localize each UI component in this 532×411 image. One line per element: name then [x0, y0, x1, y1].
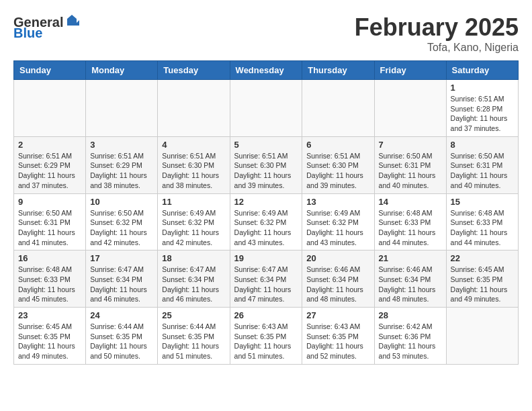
- calendar-cell: [158, 80, 230, 137]
- day-info: Sunrise: 6:51 AM Sunset: 6:30 PM Dayligh…: [162, 151, 225, 191]
- weekday-header-wednesday: Wednesday: [230, 61, 302, 80]
- day-info: Sunrise: 6:49 AM Sunset: 6:32 PM Dayligh…: [234, 208, 298, 248]
- day-info: Sunrise: 6:46 AM Sunset: 6:34 PM Dayligh…: [306, 265, 369, 304]
- calendar-week-row: 9Sunrise: 6:50 AM Sunset: 6:31 PM Daylig…: [14, 193, 519, 250]
- calendar-cell: 5Sunrise: 6:51 AM Sunset: 6:30 PM Daylig…: [230, 136, 302, 193]
- day-info: Sunrise: 6:47 AM Sunset: 6:34 PM Dayligh…: [90, 265, 153, 304]
- day-number: 16: [18, 253, 81, 263]
- day-number: 13: [306, 197, 369, 207]
- calendar-table: SundayMondayTuesdayWednesdayThursdayFrid…: [13, 60, 519, 365]
- day-number: 4: [162, 140, 225, 150]
- calendar-cell: [86, 80, 158, 137]
- day-number: 17: [90, 253, 153, 263]
- weekday-header-saturday: Saturday: [446, 61, 518, 80]
- day-number: 10: [90, 197, 153, 207]
- calendar-week-row: 2Sunrise: 6:51 AM Sunset: 6:29 PM Daylig…: [14, 136, 519, 193]
- day-info: Sunrise: 6:43 AM Sunset: 6:35 PM Dayligh…: [234, 322, 298, 361]
- day-number: 20: [306, 253, 369, 263]
- calendar-cell: 6Sunrise: 6:51 AM Sunset: 6:30 PM Daylig…: [302, 136, 374, 193]
- day-info: Sunrise: 6:51 AM Sunset: 6:29 PM Dayligh…: [90, 151, 153, 191]
- calendar-cell: 19Sunrise: 6:47 AM Sunset: 6:34 PM Dayli…: [230, 250, 302, 308]
- calendar-cell: 8Sunrise: 6:50 AM Sunset: 6:31 PM Daylig…: [446, 136, 518, 193]
- day-number: 19: [234, 253, 298, 263]
- calendar-cell: 2Sunrise: 6:51 AM Sunset: 6:29 PM Daylig…: [14, 136, 86, 193]
- calendar-cell: 11Sunrise: 6:49 AM Sunset: 6:32 PM Dayli…: [158, 193, 230, 250]
- calendar-cell: 28Sunrise: 6:42 AM Sunset: 6:36 PM Dayli…: [374, 308, 446, 365]
- calendar-cell: 7Sunrise: 6:50 AM Sunset: 6:31 PM Daylig…: [374, 136, 446, 193]
- day-info: Sunrise: 6:48 AM Sunset: 6:33 PM Dayligh…: [451, 208, 514, 248]
- page-header: General Blue February 2025 Tofa, Kano, N…: [13, 13, 519, 54]
- calendar-cell: 18Sunrise: 6:47 AM Sunset: 6:34 PM Dayli…: [158, 250, 230, 308]
- weekday-header-row: SundayMondayTuesdayWednesdayThursdayFrid…: [14, 61, 519, 80]
- calendar-cell: [302, 80, 374, 137]
- calendar-week-row: 1Sunrise: 6:51 AM Sunset: 6:28 PM Daylig…: [14, 80, 519, 137]
- day-number: 7: [379, 140, 442, 150]
- day-info: Sunrise: 6:51 AM Sunset: 6:30 PM Dayligh…: [234, 151, 298, 191]
- day-number: 9: [18, 197, 81, 207]
- day-number: 21: [379, 253, 442, 263]
- logo: General Blue: [13, 13, 79, 41]
- day-info: Sunrise: 6:45 AM Sunset: 6:35 PM Dayligh…: [18, 322, 81, 361]
- logo-icon: [64, 13, 79, 28]
- day-info: Sunrise: 6:48 AM Sunset: 6:33 PM Dayligh…: [379, 208, 442, 248]
- month-year: February 2025: [355, 13, 519, 42]
- calendar-cell: [374, 80, 446, 137]
- day-number: 22: [451, 253, 514, 263]
- weekday-header-friday: Friday: [374, 61, 446, 80]
- weekday-header-tuesday: Tuesday: [158, 61, 230, 80]
- day-number: 27: [306, 310, 369, 320]
- day-number: 6: [306, 140, 369, 150]
- day-info: Sunrise: 6:47 AM Sunset: 6:34 PM Dayligh…: [234, 265, 298, 304]
- calendar-cell: 23Sunrise: 6:45 AM Sunset: 6:35 PM Dayli…: [14, 308, 86, 365]
- day-number: 23: [18, 310, 81, 320]
- day-info: Sunrise: 6:45 AM Sunset: 6:35 PM Dayligh…: [451, 265, 514, 304]
- day-number: 28: [379, 310, 442, 320]
- location: Tofa, Kano, Nigeria: [355, 42, 519, 54]
- day-info: Sunrise: 6:51 AM Sunset: 6:30 PM Dayligh…: [306, 151, 369, 191]
- day-number: 1: [451, 83, 514, 93]
- calendar-cell: 20Sunrise: 6:46 AM Sunset: 6:34 PM Dayli…: [302, 250, 374, 308]
- calendar-cell: 12Sunrise: 6:49 AM Sunset: 6:32 PM Dayli…: [230, 193, 302, 250]
- calendar-cell: 26Sunrise: 6:43 AM Sunset: 6:35 PM Dayli…: [230, 308, 302, 365]
- day-info: Sunrise: 6:42 AM Sunset: 6:36 PM Dayligh…: [379, 322, 442, 361]
- calendar-cell: 22Sunrise: 6:45 AM Sunset: 6:35 PM Dayli…: [446, 250, 518, 308]
- day-info: Sunrise: 6:50 AM Sunset: 6:31 PM Dayligh…: [379, 151, 442, 191]
- day-info: Sunrise: 6:49 AM Sunset: 6:32 PM Dayligh…: [162, 208, 225, 248]
- day-info: Sunrise: 6:51 AM Sunset: 6:28 PM Dayligh…: [451, 94, 514, 134]
- calendar-cell: 15Sunrise: 6:48 AM Sunset: 6:33 PM Dayli…: [446, 193, 518, 250]
- calendar-cell: 24Sunrise: 6:44 AM Sunset: 6:35 PM Dayli…: [86, 308, 158, 365]
- day-number: 5: [234, 140, 298, 150]
- day-number: 24: [90, 310, 153, 320]
- svg-marker-0: [67, 15, 77, 26]
- calendar-week-row: 23Sunrise: 6:45 AM Sunset: 6:35 PM Dayli…: [14, 308, 519, 365]
- day-info: Sunrise: 6:50 AM Sunset: 6:31 PM Dayligh…: [18, 208, 81, 248]
- day-info: Sunrise: 6:49 AM Sunset: 6:32 PM Dayligh…: [306, 208, 369, 248]
- day-info: Sunrise: 6:48 AM Sunset: 6:33 PM Dayligh…: [18, 265, 81, 304]
- calendar-cell: 25Sunrise: 6:44 AM Sunset: 6:35 PM Dayli…: [158, 308, 230, 365]
- calendar-cell: 13Sunrise: 6:49 AM Sunset: 6:32 PM Dayli…: [302, 193, 374, 250]
- weekday-header-thursday: Thursday: [302, 61, 374, 80]
- day-number: 18: [162, 253, 225, 263]
- calendar-cell: 9Sunrise: 6:50 AM Sunset: 6:31 PM Daylig…: [14, 193, 86, 250]
- calendar-week-row: 16Sunrise: 6:48 AM Sunset: 6:33 PM Dayli…: [14, 250, 519, 308]
- weekday-header-monday: Monday: [86, 61, 158, 80]
- calendar-cell: 4Sunrise: 6:51 AM Sunset: 6:30 PM Daylig…: [158, 136, 230, 193]
- calendar-cell: 10Sunrise: 6:50 AM Sunset: 6:32 PM Dayli…: [86, 193, 158, 250]
- calendar-cell: 1Sunrise: 6:51 AM Sunset: 6:28 PM Daylig…: [446, 80, 518, 137]
- day-info: Sunrise: 6:43 AM Sunset: 6:35 PM Dayligh…: [306, 322, 369, 361]
- day-number: 3: [90, 140, 153, 150]
- title-section: February 2025 Tofa, Kano, Nigeria: [355, 13, 519, 54]
- day-info: Sunrise: 6:50 AM Sunset: 6:31 PM Dayligh…: [451, 151, 514, 191]
- day-number: 2: [18, 140, 81, 150]
- calendar-cell: [14, 80, 86, 137]
- calendar-cell: 3Sunrise: 6:51 AM Sunset: 6:29 PM Daylig…: [86, 136, 158, 193]
- calendar-cell: 14Sunrise: 6:48 AM Sunset: 6:33 PM Dayli…: [374, 193, 446, 250]
- logo-blue: Blue: [13, 26, 42, 41]
- calendar-cell: 17Sunrise: 6:47 AM Sunset: 6:34 PM Dayli…: [86, 250, 158, 308]
- day-info: Sunrise: 6:46 AM Sunset: 6:34 PM Dayligh…: [379, 265, 442, 304]
- day-number: 25: [162, 310, 225, 320]
- day-info: Sunrise: 6:47 AM Sunset: 6:34 PM Dayligh…: [162, 265, 225, 304]
- weekday-header-sunday: Sunday: [14, 61, 86, 80]
- calendar-cell: 21Sunrise: 6:46 AM Sunset: 6:34 PM Dayli…: [374, 250, 446, 308]
- calendar-cell: [230, 80, 302, 137]
